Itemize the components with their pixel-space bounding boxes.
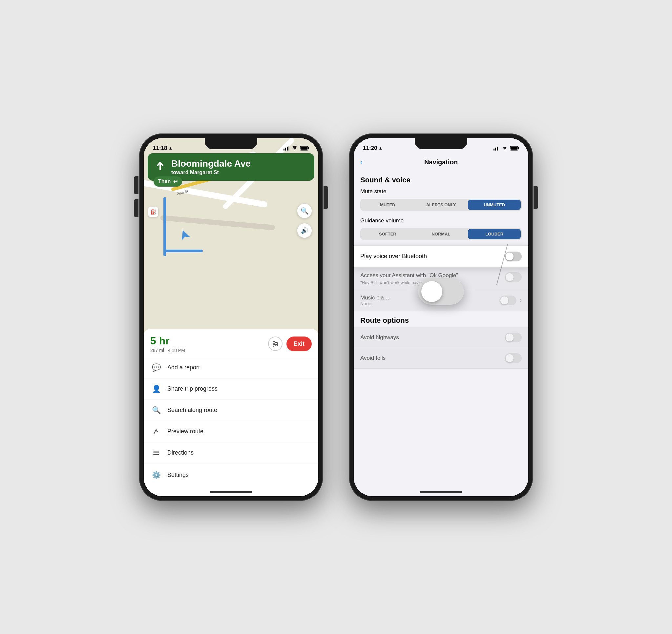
- svg-rect-16: [510, 147, 518, 150]
- settings-screen: 11:20 ▲ ‹ Navigation Sound & voic: [354, 138, 528, 496]
- trip-details: 287 mi · 4:18 PM: [150, 348, 185, 353]
- notch: [205, 138, 257, 149]
- add-report-label: Add a report: [167, 364, 200, 371]
- battery-icon: [300, 146, 309, 150]
- phone-2: 11:20 ▲ ‹ Navigation Sound & voic: [349, 133, 533, 501]
- share-trip-icon: 👤: [151, 384, 162, 394]
- guidance-volume-label: Guidance volume: [354, 216, 528, 228]
- svg-rect-2: [287, 147, 288, 150]
- svg-rect-9: [153, 450, 159, 452]
- settings-icon: ⚙️: [151, 470, 162, 481]
- gas-station-icon: ⛽: [148, 207, 158, 217]
- svg-rect-1: [285, 148, 286, 150]
- back-button[interactable]: ‹: [360, 157, 363, 167]
- battery-icon-2: [510, 146, 519, 150]
- search-along-route-label: Search along route: [167, 407, 217, 414]
- svg-rect-3: [288, 146, 289, 150]
- wifi-icon-2: [502, 146, 508, 150]
- trip-info-row: 5 hr 287 mi · 4:18 PM: [144, 329, 318, 357]
- music-toggle[interactable]: [499, 295, 517, 306]
- chevron-right-icon: ›: [520, 297, 522, 304]
- svg-rect-17: [518, 147, 519, 149]
- mute-state-label: Mute state: [354, 187, 528, 199]
- svg-rect-12: [494, 149, 495, 150]
- location-arrow-icon-2: ▲: [378, 146, 383, 150]
- mute-state-control: MUTED ALERTS ONLY UNMUTED: [360, 199, 522, 211]
- assistant-title: Access your Assistant with "Ok Google": [360, 272, 499, 279]
- status-time-2: 11:20 ▲: [363, 145, 383, 151]
- map-screen: 11:18 ▲ ⛽ M: [144, 138, 318, 496]
- bluetooth-toggle[interactable]: [505, 251, 522, 261]
- status-icons: [284, 146, 309, 150]
- directions-label: Directions: [167, 449, 194, 456]
- search-along-route-icon: 🔍: [151, 405, 162, 416]
- svg-rect-10: [153, 452, 159, 453]
- unmuted-button[interactable]: UNMUTED: [468, 200, 521, 210]
- alerts-only-button[interactable]: ALERTS ONLY: [415, 200, 467, 210]
- big-toggle-knob: [421, 281, 442, 302]
- side-button-2[interactable]: [533, 186, 538, 209]
- preview-route-icon: [151, 426, 162, 437]
- share-trip-label: Share trip progress: [167, 385, 218, 392]
- avoid-tolls-toggle[interactable]: [505, 353, 522, 363]
- avoid-highways-row[interactable]: Avoid highways: [354, 327, 528, 348]
- signal-icon-2: [494, 146, 499, 150]
- navigation-banner: Bloomingdale Ave toward Margaret St Then…: [148, 153, 314, 181]
- add-report-icon: 💬: [151, 362, 162, 373]
- then-badge: Then ↩: [153, 176, 182, 187]
- big-toggle-overlay[interactable]: [418, 278, 464, 305]
- direction-arrow-icon: [153, 161, 167, 173]
- add-report-item[interactable]: 💬 Add a report: [144, 357, 318, 379]
- time-display-2: 11:20: [363, 145, 377, 151]
- softer-button[interactable]: SOFTER: [361, 229, 414, 239]
- trip-duration: 5 hr: [150, 335, 185, 347]
- avoid-highways-label: Avoid highways: [360, 334, 399, 341]
- navigation-header: ‹ Navigation: [354, 154, 528, 171]
- home-bar-2: [420, 491, 462, 493]
- map-search-button[interactable]: 🔍: [297, 204, 312, 218]
- time-display: 11:18: [153, 145, 167, 151]
- preview-route-label: Preview route: [167, 428, 203, 435]
- settings-label: Settings: [167, 472, 189, 479]
- phone-1: 11:18 ▲ ⛽ M: [139, 133, 323, 501]
- location-arrow-icon: ▲: [168, 146, 173, 150]
- avoid-tolls-row[interactable]: Avoid tolls: [354, 348, 528, 369]
- status-icons-2: [494, 146, 519, 150]
- sound-voice-title: Sound & voice: [354, 171, 528, 187]
- toward-label: toward Margaret St: [171, 170, 251, 175]
- volume-down-button[interactable]: [134, 199, 139, 217]
- signal-icon: [284, 146, 289, 150]
- directions-icon: [151, 448, 162, 458]
- volume-up-button[interactable]: [134, 176, 139, 194]
- route-options-title: Route options: [354, 311, 528, 327]
- avoid-highways-toggle[interactable]: [505, 333, 522, 342]
- wifi-icon: [292, 146, 297, 150]
- route-options-button[interactable]: [268, 337, 283, 351]
- bottom-sheet: 5 hr 287 mi · 4:18 PM: [144, 329, 318, 496]
- side-button[interactable]: [323, 186, 328, 209]
- turn-left-icon: ↩: [173, 178, 177, 185]
- guidance-volume-control: SOFTER NORMAL LOUDER: [360, 228, 522, 240]
- avoid-tolls-label: Avoid tolls: [360, 355, 386, 362]
- navigation-arrow: [178, 228, 190, 240]
- louder-button[interactable]: LOUDER: [468, 229, 521, 239]
- map-volume-button[interactable]: 🔊: [297, 223, 312, 238]
- svg-rect-5: [300, 147, 308, 150]
- bluetooth-label: Play voice over Bluetooth: [360, 253, 427, 260]
- home-bar: [210, 491, 252, 493]
- muted-button[interactable]: MUTED: [361, 200, 414, 210]
- svg-rect-13: [495, 148, 496, 150]
- svg-rect-6: [308, 147, 309, 149]
- normal-button[interactable]: NORMAL: [415, 229, 467, 239]
- status-time: 11:18 ▲: [153, 145, 173, 151]
- assistant-toggle[interactable]: [505, 272, 522, 282]
- notch-2: [415, 138, 467, 149]
- street-name: Bloomingdale Ave: [171, 158, 251, 169]
- exit-button[interactable]: Exit: [286, 337, 312, 351]
- share-trip-item[interactable]: 👤 Share trip progress: [144, 379, 318, 400]
- svg-rect-0: [284, 149, 285, 150]
- search-along-route-item[interactable]: 🔍 Search along route: [144, 400, 318, 421]
- settings-row[interactable]: ⚙️ Settings: [144, 464, 318, 486]
- preview-route-item[interactable]: Preview route: [144, 421, 318, 442]
- directions-item[interactable]: Directions: [144, 442, 318, 464]
